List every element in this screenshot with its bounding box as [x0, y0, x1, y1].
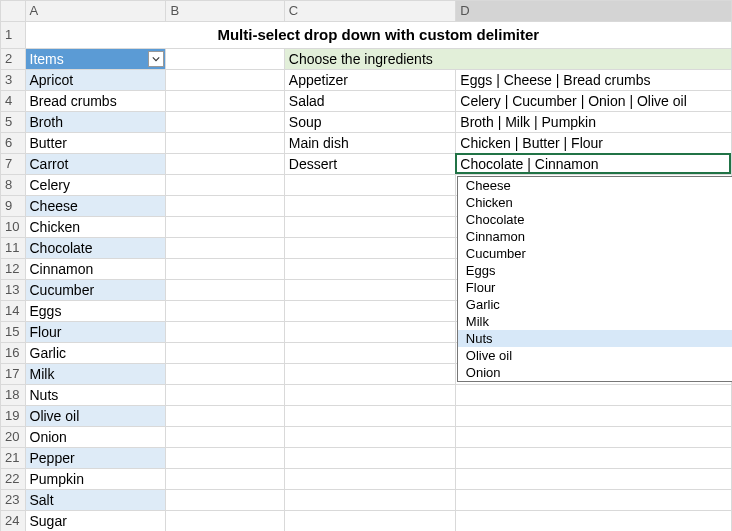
- items-cell[interactable]: Bread crumbs: [25, 91, 166, 112]
- ingredients-header[interactable]: Choose the ingredients: [284, 49, 731, 70]
- ingredients-cell[interactable]: [456, 427, 732, 448]
- dish-name-cell[interactable]: Dessert: [284, 154, 456, 175]
- cell[interactable]: [166, 301, 284, 322]
- items-cell[interactable]: Cucumber: [25, 280, 166, 301]
- col-header-b[interactable]: B: [166, 1, 284, 22]
- items-cell[interactable]: Carrot: [25, 154, 166, 175]
- items-cell[interactable]: Chocolate: [25, 238, 166, 259]
- row-header[interactable]: 21: [1, 448, 26, 469]
- ingredients-cell[interactable]: [456, 385, 732, 406]
- dish-name-cell[interactable]: Salad: [284, 91, 456, 112]
- row-header[interactable]: 13: [1, 280, 26, 301]
- cell[interactable]: [166, 364, 284, 385]
- row-header[interactable]: 8: [1, 175, 26, 196]
- select-all-corner[interactable]: [1, 1, 26, 22]
- cell[interactable]: [166, 343, 284, 364]
- ingredients-cell[interactable]: [456, 469, 732, 490]
- items-cell[interactable]: Onion: [25, 427, 166, 448]
- dropdown-option[interactable]: Olive oil: [458, 347, 732, 364]
- dish-name-cell[interactable]: [284, 427, 456, 448]
- dish-name-cell[interactable]: [284, 280, 456, 301]
- items-cell[interactable]: Garlic: [25, 343, 166, 364]
- items-cell[interactable]: Apricot: [25, 70, 166, 91]
- cell[interactable]: [166, 511, 284, 532]
- dish-name-cell[interactable]: [284, 343, 456, 364]
- row-header[interactable]: 9: [1, 196, 26, 217]
- row-header[interactable]: 3: [1, 70, 26, 91]
- row-header[interactable]: 20: [1, 427, 26, 448]
- dropdown-option[interactable]: Chocolate: [458, 211, 732, 228]
- row-header[interactable]: 6: [1, 133, 26, 154]
- row-header[interactable]: 23: [1, 490, 26, 511]
- row-header[interactable]: 5: [1, 112, 26, 133]
- dish-name-cell[interactable]: [284, 301, 456, 322]
- cell[interactable]: [166, 448, 284, 469]
- ingredients-cell[interactable]: [456, 490, 732, 511]
- dish-name-cell[interactable]: [284, 196, 456, 217]
- dish-name-cell[interactable]: Main dish: [284, 133, 456, 154]
- items-cell[interactable]: Salt: [25, 490, 166, 511]
- dropdown-option[interactable]: Cucumber: [458, 245, 732, 262]
- items-cell[interactable]: Flour: [25, 322, 166, 343]
- cell[interactable]: [166, 427, 284, 448]
- cell[interactable]: [166, 406, 284, 427]
- filter-dropdown-button[interactable]: [148, 51, 164, 67]
- dish-name-cell[interactable]: [284, 490, 456, 511]
- row-header[interactable]: 11: [1, 238, 26, 259]
- row-header[interactable]: 2: [1, 49, 26, 70]
- row-header[interactable]: 17: [1, 364, 26, 385]
- ingredients-cell[interactable]: Celery | Cucumber | Onion | Olive oil: [456, 91, 732, 112]
- col-header-c[interactable]: C: [284, 1, 456, 22]
- row-header[interactable]: 24: [1, 511, 26, 532]
- row-header[interactable]: 18: [1, 385, 26, 406]
- dish-name-cell[interactable]: [284, 259, 456, 280]
- cell[interactable]: [166, 175, 284, 196]
- dropdown-list[interactable]: CheeseChickenChocolateCinnamonCucumberEg…: [457, 176, 732, 382]
- items-cell[interactable]: Cheese: [25, 196, 166, 217]
- dish-name-cell[interactable]: [284, 448, 456, 469]
- col-header-d[interactable]: D: [456, 1, 732, 22]
- dish-name-cell[interactable]: [284, 406, 456, 427]
- cell[interactable]: [166, 280, 284, 301]
- cell[interactable]: [166, 196, 284, 217]
- items-cell[interactable]: Chicken: [25, 217, 166, 238]
- row-header[interactable]: 22: [1, 469, 26, 490]
- ingredients-cell[interactable]: Chicken | Butter | Flour: [456, 133, 732, 154]
- items-cell[interactable]: Pumpkin: [25, 469, 166, 490]
- items-cell[interactable]: Olive oil: [25, 406, 166, 427]
- row-header[interactable]: 19: [1, 406, 26, 427]
- col-header-a[interactable]: A: [25, 1, 166, 22]
- items-cell[interactable]: Eggs: [25, 301, 166, 322]
- dropdown-option[interactable]: Nuts: [458, 330, 732, 347]
- items-cell[interactable]: Pepper: [25, 448, 166, 469]
- cell[interactable]: [166, 490, 284, 511]
- items-cell[interactable]: Nuts: [25, 385, 166, 406]
- cell[interactable]: [166, 385, 284, 406]
- dropdown-option[interactable]: Chicken: [458, 194, 732, 211]
- row-header[interactable]: 1: [1, 22, 26, 49]
- row-header[interactable]: 4: [1, 91, 26, 112]
- items-table-header[interactable]: Items: [25, 49, 166, 70]
- dropdown-option[interactable]: Garlic: [458, 296, 732, 313]
- ingredients-cell[interactable]: [456, 406, 732, 427]
- cell[interactable]: [166, 322, 284, 343]
- dropdown-option[interactable]: Cinnamon: [458, 228, 732, 245]
- cell[interactable]: [166, 49, 284, 70]
- cell[interactable]: [166, 469, 284, 490]
- items-cell[interactable]: Milk: [25, 364, 166, 385]
- cell[interactable]: [166, 70, 284, 91]
- cell[interactable]: [166, 259, 284, 280]
- dropdown-option[interactable]: Milk: [458, 313, 732, 330]
- row-header[interactable]: 16: [1, 343, 26, 364]
- row-header[interactable]: 15: [1, 322, 26, 343]
- cell[interactable]: [166, 238, 284, 259]
- ingredients-cell[interactable]: Chocolate | Cinnamon: [456, 154, 732, 175]
- items-cell[interactable]: Cinnamon: [25, 259, 166, 280]
- dish-name-cell[interactable]: [284, 175, 456, 196]
- dish-name-cell[interactable]: Appetizer: [284, 70, 456, 91]
- dish-name-cell[interactable]: [284, 385, 456, 406]
- ingredients-cell[interactable]: [456, 511, 732, 532]
- dish-name-cell[interactable]: [284, 217, 456, 238]
- cell[interactable]: [166, 217, 284, 238]
- dish-name-cell[interactable]: [284, 364, 456, 385]
